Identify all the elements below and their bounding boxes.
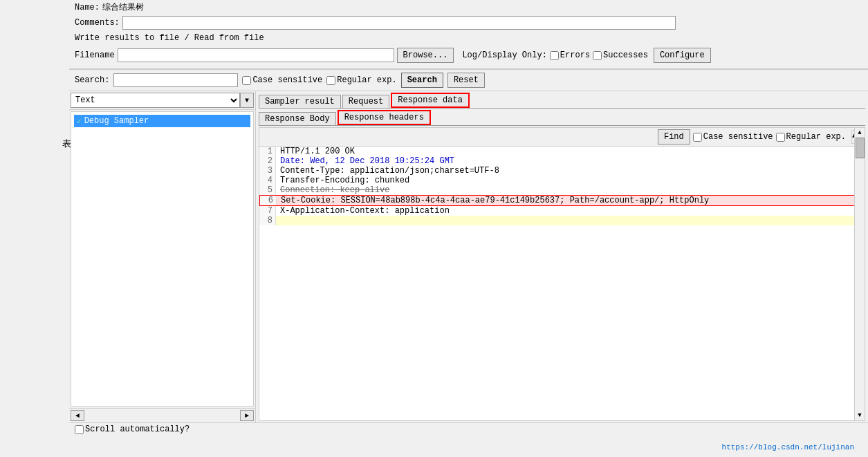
- content-area: Text ▼ ✓ Debug Sampler ◄ ► Sampler resul…: [69, 91, 868, 422]
- name-value: 综合结果树: [102, 1, 144, 13]
- tab-response-data-label: Response data: [398, 95, 463, 105]
- line-num-7: 7: [259, 206, 276, 216]
- comments-input[interactable]: [122, 16, 676, 30]
- left-panel-header: Text ▼: [69, 91, 255, 110]
- name-label: Name:: [75, 3, 100, 12]
- line-num-1: 1: [259, 147, 276, 156]
- response-body[interactable]: 1 HTTP/1.1 200 OK 2 Date: Wed, 12 Dec 20…: [259, 147, 865, 420]
- tree-item-debug-sampler[interactable]: ✓ Debug Sampler: [74, 115, 250, 127]
- line-content-5: Connection: keep-alive: [276, 185, 865, 195]
- code-line-1: 1 HTTP/1.1 200 OK: [259, 147, 865, 156]
- dropdown-arrow[interactable]: ▼: [240, 93, 254, 108]
- errors-checkbox-group: Errors: [550, 50, 590, 60]
- code-line-8: 8: [259, 216, 865, 225]
- line-content-1: HTTP/1.1 200 OK: [276, 147, 865, 156]
- find-button[interactable]: Find: [658, 129, 690, 144]
- scroll-down-arrow[interactable]: ▼: [858, 412, 861, 419]
- sub-tabs-row: Response Body Response headers: [256, 110, 868, 125]
- scroll-left-btn[interactable]: ◄: [71, 410, 84, 421]
- bottom-bar: Scroll automatically?: [69, 422, 868, 438]
- watermark: https://blog.csdn.net/lujinan: [722, 443, 854, 451]
- log-display-label: Log/Display Only:: [462, 50, 546, 60]
- successes-checkbox-group: Successes: [593, 50, 648, 60]
- checkmark-icon: ✓: [77, 117, 82, 126]
- configure-button[interactable]: Configure: [654, 48, 711, 63]
- browse-button[interactable]: Browse...: [397, 48, 454, 63]
- response-case-sensitive-checkbox[interactable]: [693, 133, 702, 142]
- name-row: Name: 综合结果树: [69, 0, 868, 15]
- line-content-2: Date: Wed, 12 Dec 2018 10:25:24 GMT: [276, 156, 865, 166]
- comments-label: Comments:: [75, 18, 120, 28]
- tab-response-data[interactable]: Response data: [391, 93, 470, 108]
- regular-exp-checkbox[interactable]: [326, 76, 335, 85]
- search-input[interactable]: [113, 73, 238, 87]
- line-content-4: Transfer-Encoding: chunked: [276, 176, 865, 185]
- scroll-thumb[interactable]: [856, 138, 865, 158]
- filename-row: Filename Browse... Log/Display Only: Err…: [69, 45, 868, 69]
- tabs-divider: [259, 108, 865, 109]
- write-results-row: Write results to file / Read from file: [69, 31, 868, 45]
- sub-tab-response-body[interactable]: Response Body: [259, 112, 336, 125]
- vertical-scrollbar[interactable]: ▲ ▼: [854, 128, 865, 420]
- line-num-4: 4: [259, 176, 276, 185]
- sub-tab-response-headers-label: Response headers: [344, 113, 424, 122]
- view-type-select[interactable]: Text: [71, 93, 240, 108]
- sub-tab-response-headers[interactable]: Response headers: [338, 110, 431, 125]
- response-regular-exp-checkbox[interactable]: [776, 133, 785, 142]
- search-bar: Search: Case sensitive Regular exp. Sear…: [69, 69, 868, 91]
- scroll-auto-checkbox[interactable]: [75, 425, 84, 434]
- case-sensitive-checkbox[interactable]: [242, 76, 251, 85]
- reset-button[interactable]: Reset: [447, 73, 485, 88]
- tree-item-label: Debug Sampler: [84, 116, 149, 126]
- write-results-text: Write results to file / Read from file: [75, 33, 264, 43]
- code-line-2: 2 Date: Wed, 12 Dec 2018 10:25:24 GMT: [259, 156, 865, 166]
- errors-checkbox[interactable]: [550, 51, 559, 60]
- code-line-4: 4 Transfer-Encoding: chunked: [259, 176, 865, 185]
- case-sensitive-label: Case sensitive: [252, 75, 322, 85]
- left-panel-scroll: ◄ ►: [69, 408, 255, 422]
- tree-panel: ✓ Debug Sampler: [71, 111, 254, 407]
- line-num-3: 3: [259, 166, 276, 176]
- sub-tab-response-body-label: Response Body: [265, 114, 330, 124]
- case-sensitive-group: Case sensitive: [242, 75, 322, 85]
- successes-label: Successes: [603, 50, 648, 60]
- tab-sampler-result-label: Sampler result: [265, 97, 335, 106]
- line-content-3: Content-Type: application/json;charset=U…: [276, 166, 865, 176]
- errors-label: Errors: [560, 50, 590, 60]
- successes-checkbox[interactable]: [593, 51, 602, 60]
- main-tabs-row: Sampler result Request Response data: [256, 93, 868, 108]
- tab-sampler-result[interactable]: Sampler result: [259, 95, 341, 108]
- response-case-sensitive-label: Case sensitive: [703, 132, 773, 142]
- response-content: Find Case sensitive Regular exp. ▲ 1: [259, 127, 865, 421]
- regular-exp-label: Regular exp.: [337, 75, 396, 85]
- scroll-up-arrow[interactable]: ▲: [858, 129, 861, 136]
- line-content-7: X-Application-Context: application: [276, 206, 865, 216]
- response-regular-exp-label: Regular exp.: [786, 132, 846, 142]
- code-line-7: 7 X-Application-Context: application: [259, 206, 865, 216]
- code-line-6: 6 Set-Cookie: SESSION=48ab898b-4c4a-4caa…: [259, 195, 865, 206]
- code-line-5: 5 Connection: keep-alive: [259, 185, 865, 195]
- tab-request[interactable]: Request: [342, 95, 389, 108]
- sub-tabs-divider: [259, 125, 865, 126]
- response-regular-exp-group: Regular exp.: [776, 132, 846, 142]
- line-num-5: 5: [259, 185, 276, 195]
- scroll-right-btn[interactable]: ►: [240, 410, 254, 421]
- response-toolbar: Find Case sensitive Regular exp. ▲: [259, 128, 865, 147]
- scroll-auto-group: Scroll automatically?: [75, 425, 190, 434]
- regular-exp-group: Regular exp.: [326, 75, 396, 85]
- code-line-3: 3 Content-Type: application/json;charset…: [259, 166, 865, 176]
- line-num-2: 2: [259, 156, 276, 166]
- filename-input[interactable]: [118, 48, 394, 62]
- response-case-sensitive-group: Case sensitive: [693, 132, 773, 142]
- line-content-6: Set-Cookie: SESSION=48ab898b-4c4a-4caa-a…: [277, 196, 864, 205]
- tab-request-label: Request: [349, 97, 383, 106]
- watermark-text: https://blog.csdn.net/lujinan: [722, 443, 854, 451]
- scroll-auto-label: Scroll automatically?: [85, 425, 190, 434]
- search-label: Search:: [75, 75, 109, 85]
- left-panel: Text ▼ ✓ Debug Sampler ◄ ►: [69, 91, 256, 422]
- filename-label: Filename: [75, 50, 115, 60]
- line-content-8: [276, 216, 865, 225]
- comments-row: Comments:: [69, 15, 868, 31]
- main-container: 表 Name: 综合结果树 Comments: Write results to…: [0, 0, 868, 457]
- search-button[interactable]: Search: [401, 73, 443, 88]
